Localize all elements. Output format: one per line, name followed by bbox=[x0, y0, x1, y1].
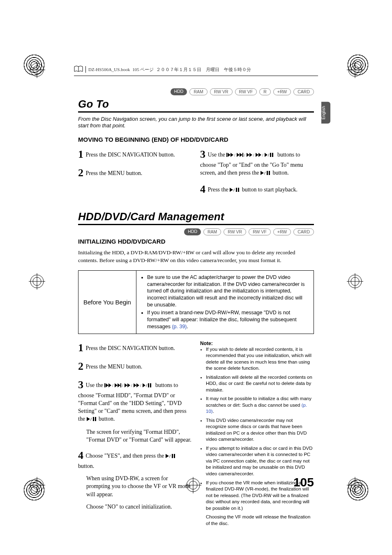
note-item: Initialization will delete all the recor… bbox=[206, 374, 314, 394]
step-text: Press the DISC NAVIGATION button. bbox=[86, 152, 175, 158]
badge-r: R bbox=[259, 88, 271, 95]
svg-rect-50 bbox=[269, 171, 270, 175]
svg-rect-35 bbox=[242, 153, 243, 157]
page-link[interactable]: (p. 39) bbox=[172, 324, 187, 329]
svg-marker-37 bbox=[247, 153, 249, 157]
svg-marker-47 bbox=[261, 171, 264, 175]
svg-rect-76 bbox=[95, 417, 96, 421]
note-item: This DVD video camera/recorder may not r… bbox=[206, 417, 314, 443]
step-text: Press the DISC NAVIGATION button. bbox=[86, 345, 175, 351]
before-you-begin-label: Before You Begin bbox=[78, 271, 136, 334]
svg-marker-60 bbox=[118, 383, 120, 387]
svg-rect-29 bbox=[226, 153, 227, 157]
svg-text:/: / bbox=[140, 383, 141, 388]
media-badge-row: HDD RAM RW VR RW VF R +RW CARD bbox=[78, 88, 314, 95]
svg-marker-67 bbox=[136, 383, 139, 387]
step-4: 4 Choose "YES", and then press the / but… bbox=[78, 448, 192, 511]
svg-rect-55 bbox=[104, 383, 105, 387]
svg-text:/: / bbox=[122, 383, 123, 388]
badge-hdd: HDD bbox=[171, 88, 187, 95]
svg-text:/: / bbox=[169, 454, 171, 458]
book-icon bbox=[74, 66, 83, 73]
registration-mark-icon bbox=[347, 62, 363, 78]
svg-marker-51 bbox=[230, 188, 233, 192]
badge-plusrw: +RW bbox=[273, 88, 291, 95]
play-pause-icon: / bbox=[166, 453, 176, 461]
byb-item-text: If you insert a brand-new DVD-RW/+RW, me… bbox=[147, 310, 297, 329]
svg-text:/: / bbox=[267, 152, 270, 157]
note-text: It may not be possible to initialize a d… bbox=[206, 396, 311, 408]
svg-rect-79 bbox=[172, 454, 173, 458]
byb-item: If you insert a brand-new DVD-RW/+RW, me… bbox=[147, 309, 309, 330]
section-intro: From the Disc Navigation screen, you can… bbox=[78, 116, 314, 130]
svg-marker-40 bbox=[256, 153, 258, 157]
svg-text:/: / bbox=[262, 153, 263, 157]
badge-plusrw: +RW bbox=[273, 228, 291, 235]
byb-item: Be sure to use the AC adapter/charger to… bbox=[147, 274, 309, 309]
step-text: button to start playback. bbox=[240, 187, 297, 193]
section-title-management: HDD/DVD/Card Management bbox=[78, 210, 314, 225]
svg-text:/: / bbox=[233, 187, 235, 192]
svg-text:/: / bbox=[264, 170, 266, 175]
badge-card: CARD bbox=[293, 88, 314, 95]
note-item: If you attempt to initialize a disc or c… bbox=[206, 445, 314, 477]
step-text: Choose "YES", and then press the bbox=[86, 453, 166, 459]
step-2: 2 Press the MENU button. bbox=[78, 166, 192, 180]
play-pause-icon: / bbox=[87, 416, 97, 424]
registration-mark-icon bbox=[347, 477, 363, 493]
byb-tail: . bbox=[187, 324, 188, 329]
registration-mark-icon bbox=[29, 477, 45, 493]
svg-marker-30 bbox=[228, 153, 231, 157]
registration-mark-icon bbox=[29, 62, 45, 78]
step-1: 1 Press the DISC NAVIGATION button. bbox=[78, 147, 192, 161]
svg-rect-53 bbox=[236, 188, 237, 192]
badge-ram: RAM bbox=[203, 228, 221, 235]
step-2: 2 Press the MENU button. bbox=[78, 359, 192, 373]
registration-mark-icon bbox=[29, 273, 45, 290]
svg-rect-49 bbox=[267, 171, 268, 175]
step-text: button. bbox=[271, 170, 289, 176]
note-item: If you wish to delete all recorded conte… bbox=[206, 346, 314, 372]
before-you-begin-block: Before You Begin Be sure to use the AC a… bbox=[78, 270, 314, 334]
step-text: Press the MENU button. bbox=[86, 364, 143, 370]
svg-marker-59 bbox=[115, 383, 118, 387]
badge-rwvf: RW VF bbox=[249, 228, 271, 235]
running-head-filename: DZ-HS500A_US.book bbox=[88, 67, 130, 72]
badge-rwvf: RW VF bbox=[235, 88, 257, 95]
badge-rwvr: RW VR bbox=[224, 228, 246, 235]
step-1: 1 Press the DISC NAVIGATION button. bbox=[78, 341, 192, 355]
svg-marker-43 bbox=[265, 153, 267, 157]
note-follow: Choosing the VF mode will release the fi… bbox=[206, 514, 314, 527]
svg-rect-46 bbox=[272, 153, 273, 157]
svg-rect-71 bbox=[148, 383, 149, 387]
svg-rect-45 bbox=[270, 153, 271, 157]
step-3: 3 Use the ///// buttons to choose "Top" … bbox=[200, 147, 314, 178]
badge-rwvr: RW VR bbox=[210, 88, 233, 95]
svg-rect-61 bbox=[120, 383, 121, 387]
svg-rect-80 bbox=[174, 454, 175, 458]
svg-marker-73 bbox=[87, 417, 90, 421]
step-3: 3 Use the ///// buttons to choose "Forma… bbox=[78, 378, 192, 444]
play-pause-icon: / bbox=[261, 170, 271, 178]
svg-marker-77 bbox=[166, 454, 169, 458]
note-tail: . bbox=[213, 409, 214, 414]
badge-hdd: HDD bbox=[184, 228, 201, 235]
svg-rect-72 bbox=[150, 383, 151, 387]
step-text: Press the MENU button. bbox=[86, 170, 143, 176]
svg-marker-66 bbox=[134, 383, 136, 387]
svg-text:/: / bbox=[234, 153, 235, 157]
section-title-goto: Go To bbox=[78, 98, 314, 113]
badge-ram: RAM bbox=[189, 88, 207, 95]
svg-marker-63 bbox=[125, 383, 127, 387]
play-pause-icon: / bbox=[230, 187, 240, 195]
note-item: It may not be possible to initialize a d… bbox=[206, 396, 314, 415]
svg-text:/: / bbox=[90, 417, 92, 421]
step-text: button. bbox=[97, 416, 115, 422]
section-intro: Initializing the HDD, a DVD-RAM/DVD-RW/+… bbox=[78, 249, 314, 265]
svg-rect-75 bbox=[93, 417, 94, 421]
language-tab: English bbox=[321, 102, 330, 124]
step-4: 4 Press the / button to start playback. bbox=[200, 182, 314, 196]
media-badge-row: HDD RAM RW VR RW VF +RW CARD bbox=[78, 228, 314, 235]
note-heading: Note: bbox=[200, 341, 314, 346]
svg-text:/: / bbox=[112, 383, 113, 388]
